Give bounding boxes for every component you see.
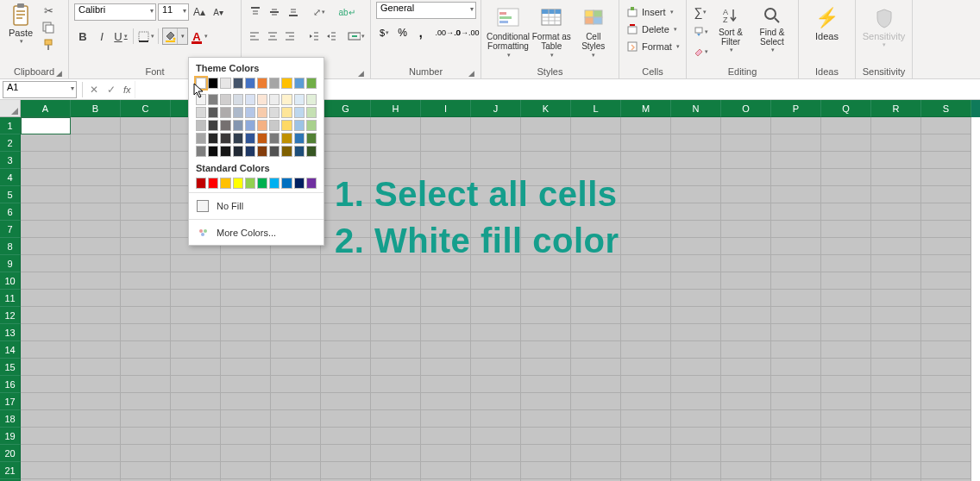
cell[interactable] [821,410,871,428]
cell[interactable] [71,445,121,462]
cell[interactable] [21,169,71,186]
cell[interactable] [771,428,821,445]
cell[interactable] [371,134,421,152]
cell[interactable] [171,376,221,393]
cell[interactable] [621,203,671,221]
cell[interactable] [221,428,271,445]
autosum-button[interactable]: ∑▾ [692,3,709,21]
cell[interactable] [621,169,671,186]
cell[interactable] [671,445,721,462]
cell[interactable] [471,393,521,410]
color-swatch[interactable] [281,94,292,105]
cell[interactable] [121,428,171,445]
font-color-button[interactable]: A ▾ [190,28,216,45]
cell[interactable] [271,272,321,290]
align-top-button[interactable] [247,3,264,21]
cell[interactable] [921,324,971,341]
cell[interactable] [771,359,821,376]
cell[interactable] [421,462,471,479]
color-swatch[interactable] [281,178,292,189]
cell[interactable] [671,341,721,359]
cell[interactable] [121,359,171,376]
cell[interactable] [771,117,821,134]
cell[interactable] [821,134,871,152]
cell[interactable] [521,462,571,479]
color-swatch[interactable] [257,107,267,118]
cell[interactable] [921,186,971,203]
cell[interactable] [921,393,971,410]
cell[interactable] [671,272,721,290]
cell[interactable] [271,324,321,341]
chevron-down-icon[interactable]: ▾ [204,33,208,40]
cell[interactable] [121,203,171,221]
delete-button[interactable]: Delete▾ [625,21,681,38]
cell[interactable] [821,341,871,359]
fill-color-button[interactable]: ▾ [162,28,188,45]
column-header[interactable]: L [571,100,621,117]
cell[interactable] [21,307,71,324]
cell[interactable] [721,255,771,272]
cell[interactable] [121,117,171,134]
cell[interactable] [621,410,671,428]
chevron-down-icon[interactable]: ▾ [177,28,187,44]
cell[interactable] [821,307,871,324]
cell[interactable] [921,221,971,238]
color-swatch[interactable] [306,94,317,105]
cell[interactable] [271,290,321,307]
color-swatch[interactable] [269,78,280,89]
color-swatch[interactable] [269,94,280,105]
cell[interactable] [871,324,921,341]
cell[interactable] [871,272,921,290]
cell[interactable] [71,169,121,186]
wrap-text-button[interactable]: ab↵ [336,3,357,21]
color-swatch[interactable] [294,94,305,105]
column-header[interactable]: P [771,100,821,117]
color-swatch[interactable] [294,78,305,89]
color-swatch[interactable] [208,146,218,157]
cell[interactable] [671,238,721,255]
column-header[interactable]: M [621,100,671,117]
color-swatch[interactable] [281,120,292,131]
cell[interactable] [671,186,721,203]
cell[interactable] [871,307,921,324]
cell[interactable] [921,341,971,359]
cell[interactable] [321,117,371,134]
percent-button[interactable]: % [394,24,411,41]
color-swatch[interactable] [233,78,243,89]
cell[interactable] [171,410,221,428]
cell[interactable] [21,359,71,376]
cell[interactable] [171,255,221,272]
cell[interactable] [421,307,471,324]
cell[interactable] [721,221,771,238]
cell[interactable] [21,462,71,479]
color-swatch[interactable] [245,133,255,144]
cell[interactable] [21,393,71,410]
cell[interactable] [921,169,971,186]
sensitivity-button[interactable]: Sensitivity▾ [861,2,907,48]
cell[interactable] [871,203,921,221]
cell[interactable] [71,410,121,428]
cell[interactable] [571,290,621,307]
cell[interactable] [171,359,221,376]
color-swatch[interactable] [220,107,230,118]
cell[interactable] [21,428,71,445]
cell[interactable] [771,376,821,393]
color-swatch[interactable] [257,133,267,144]
row-header[interactable]: 18 [0,410,21,428]
cell[interactable] [721,445,771,462]
column-header[interactable]: R [871,100,921,117]
cell[interactable] [821,428,871,445]
number-format-combo[interactable]: General▾ [376,2,476,19]
insert-button[interactable]: Insert▾ [625,3,681,21]
cell[interactable] [221,341,271,359]
row-header[interactable]: 11 [0,290,21,307]
cell[interactable] [621,255,671,272]
cell[interactable] [421,445,471,462]
cell[interactable] [121,255,171,272]
color-swatch[interactable] [196,94,206,105]
fill-down-button[interactable]: ▾ [692,23,709,41]
cell[interactable] [921,359,971,376]
ideas-button[interactable]: ⚡ Ideas [804,2,850,41]
cell[interactable] [771,169,821,186]
cell[interactable] [921,376,971,393]
